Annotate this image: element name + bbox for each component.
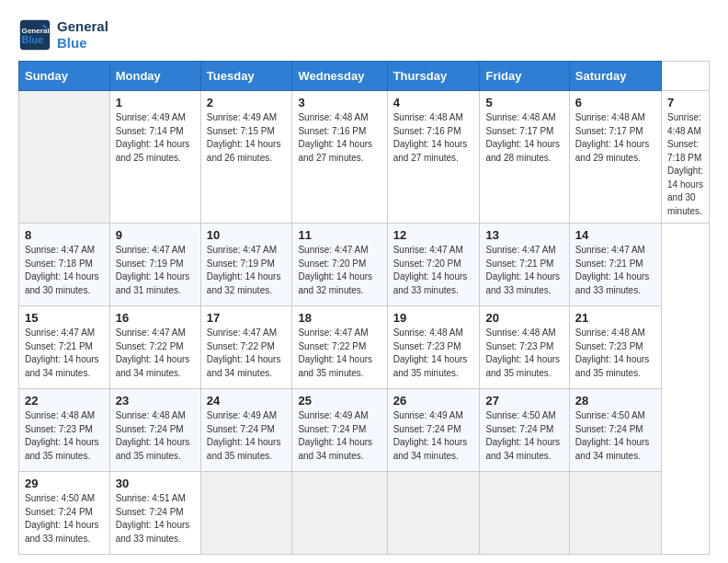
cell-info: Sunrise: 4:48 AMSunset: 7:16 PMDaylight:… <box>298 111 381 165</box>
calendar-cell: 22Sunrise: 4:48 AMSunset: 7:23 PMDayligh… <box>19 389 110 472</box>
day-number: 26 <box>393 394 474 408</box>
day-number: 22 <box>25 394 104 408</box>
calendar-cell: 21Sunrise: 4:48 AMSunset: 7:23 PMDayligh… <box>569 306 661 389</box>
week-row-1: 1Sunrise: 4:49 AMSunset: 7:14 PMDaylight… <box>19 91 710 224</box>
calendar-cell: 18Sunrise: 4:47 AMSunset: 7:22 PMDayligh… <box>292 306 387 389</box>
column-header-saturday: Saturday <box>569 62 661 91</box>
cell-info: Sunrise: 4:50 AMSunset: 7:24 PMDaylight:… <box>25 492 104 546</box>
day-number: 27 <box>485 394 563 408</box>
day-number: 1 <box>116 96 195 109</box>
day-number: 13 <box>485 228 563 242</box>
day-number: 30 <box>116 477 195 490</box>
calendar-cell: 29Sunrise: 4:50 AMSunset: 7:24 PMDayligh… <box>19 472 110 555</box>
calendar-cell: 28Sunrise: 4:50 AMSunset: 7:24 PMDayligh… <box>569 389 661 472</box>
cell-info: Sunrise: 4:47 AMSunset: 7:19 PMDaylight:… <box>207 244 287 297</box>
calendar-cell: 3Sunrise: 4:48 AMSunset: 7:16 PMDaylight… <box>292 91 387 224</box>
calendar-cell: 10Sunrise: 4:47 AMSunset: 7:19 PMDayligh… <box>200 224 292 306</box>
cell-info: Sunrise: 4:47 AMSunset: 7:20 PMDaylight:… <box>298 244 381 297</box>
day-number: 10 <box>207 228 287 242</box>
cell-info: Sunrise: 4:50 AMSunset: 7:24 PMDaylight:… <box>575 409 655 463</box>
day-number: 6 <box>575 96 655 109</box>
header: General Blue General Blue <box>18 18 710 52</box>
day-number: 11 <box>298 228 381 242</box>
cell-info: Sunrise: 4:49 AMSunset: 7:15 PMDaylight:… <box>207 111 287 165</box>
day-number: 17 <box>207 311 287 325</box>
cell-info: Sunrise: 4:48 AMSunset: 7:24 PMDaylight:… <box>116 409 195 463</box>
logo-icon: General Blue <box>18 18 51 52</box>
day-number: 12 <box>393 228 474 242</box>
cell-info: Sunrise: 4:47 AMSunset: 7:19 PMDaylight:… <box>116 244 195 297</box>
calendar-header-row: SundayMondayTuesdayWednesdayThursdayFrid… <box>19 62 710 91</box>
week-row-2: 8Sunrise: 4:47 AMSunset: 7:18 PMDaylight… <box>19 224 710 306</box>
cell-info: Sunrise: 4:48 AMSunset: 7:23 PMDaylight:… <box>575 327 655 380</box>
cell-info: Sunrise: 4:51 AMSunset: 7:24 PMDaylight:… <box>116 492 195 546</box>
cell-info: Sunrise: 4:49 AMSunset: 7:24 PMDaylight:… <box>207 409 287 463</box>
calendar-cell: 16Sunrise: 4:47 AMSunset: 7:22 PMDayligh… <box>109 306 200 389</box>
cell-info: Sunrise: 4:47 AMSunset: 7:22 PMDaylight:… <box>298 327 381 380</box>
calendar-cell: 6Sunrise: 4:48 AMSunset: 7:17 PMDaylight… <box>569 91 661 224</box>
day-number: 5 <box>485 96 563 109</box>
day-number: 24 <box>207 394 287 408</box>
calendar-cell <box>387 472 480 555</box>
day-number: 7 <box>667 96 703 109</box>
calendar-cell: 9Sunrise: 4:47 AMSunset: 7:19 PMDaylight… <box>109 224 200 306</box>
week-row-4: 22Sunrise: 4:48 AMSunset: 7:23 PMDayligh… <box>19 389 710 472</box>
cell-info: Sunrise: 4:47 AMSunset: 7:21 PMDaylight:… <box>575 244 655 297</box>
calendar-cell: 20Sunrise: 4:48 AMSunset: 7:23 PMDayligh… <box>480 306 569 389</box>
calendar-cell: 7Sunrise: 4:48 AMSunset: 7:18 PMDaylight… <box>662 91 710 224</box>
day-number: 29 <box>25 477 104 490</box>
day-number: 3 <box>298 96 381 109</box>
day-number: 14 <box>575 228 655 242</box>
calendar-cell: 24Sunrise: 4:49 AMSunset: 7:24 PMDayligh… <box>200 389 292 472</box>
calendar-cell <box>200 472 292 555</box>
calendar-cell: 12Sunrise: 4:47 AMSunset: 7:20 PMDayligh… <box>387 224 480 306</box>
logo: General Blue General Blue <box>18 18 108 52</box>
day-number: 15 <box>25 311 104 325</box>
day-number: 19 <box>393 311 474 325</box>
cell-info: Sunrise: 4:47 AMSunset: 7:21 PMDaylight:… <box>485 244 563 297</box>
day-number: 23 <box>116 394 195 408</box>
cell-info: Sunrise: 4:49 AMSunset: 7:24 PMDaylight:… <box>298 409 381 463</box>
calendar-cell: 30Sunrise: 4:51 AMSunset: 7:24 PMDayligh… <box>109 472 200 555</box>
cell-info: Sunrise: 4:48 AMSunset: 7:23 PMDaylight:… <box>25 409 104 463</box>
cell-info: Sunrise: 4:47 AMSunset: 7:20 PMDaylight:… <box>393 244 474 297</box>
column-header-sunday: Sunday <box>19 62 110 91</box>
column-header-monday: Monday <box>109 62 200 91</box>
cell-info: Sunrise: 4:47 AMSunset: 7:22 PMDaylight:… <box>207 327 287 380</box>
day-number: 16 <box>116 311 195 325</box>
day-number: 9 <box>116 228 195 242</box>
day-number: 21 <box>575 311 655 325</box>
day-number: 4 <box>393 96 474 109</box>
calendar-cell <box>292 472 387 555</box>
column-header-friday: Friday <box>480 62 569 91</box>
cell-info: Sunrise: 4:50 AMSunset: 7:24 PMDaylight:… <box>485 409 563 463</box>
calendar-cell: 4Sunrise: 4:48 AMSunset: 7:16 PMDaylight… <box>387 91 480 224</box>
cell-info: Sunrise: 4:48 AMSunset: 7:17 PMDaylight:… <box>575 111 655 165</box>
day-number: 20 <box>485 311 563 325</box>
cell-info: Sunrise: 4:48 AMSunset: 7:16 PMDaylight:… <box>393 111 474 165</box>
calendar-cell: 14Sunrise: 4:47 AMSunset: 7:21 PMDayligh… <box>569 224 661 306</box>
week-row-3: 15Sunrise: 4:47 AMSunset: 7:21 PMDayligh… <box>19 306 710 389</box>
calendar-cell: 5Sunrise: 4:48 AMSunset: 7:17 PMDaylight… <box>480 91 569 224</box>
cell-info: Sunrise: 4:49 AMSunset: 7:24 PMDaylight:… <box>393 409 474 463</box>
calendar-cell: 2Sunrise: 4:49 AMSunset: 7:15 PMDaylight… <box>200 91 292 224</box>
calendar-cell <box>569 472 661 555</box>
cell-info: Sunrise: 4:49 AMSunset: 7:14 PMDaylight:… <box>116 111 195 165</box>
day-number: 25 <box>298 394 381 408</box>
calendar-cell: 19Sunrise: 4:48 AMSunset: 7:23 PMDayligh… <box>387 306 480 389</box>
calendar-cell: 13Sunrise: 4:47 AMSunset: 7:21 PMDayligh… <box>480 224 569 306</box>
calendar-cell <box>480 472 569 555</box>
column-header-tuesday: Tuesday <box>200 62 292 91</box>
column-header-wednesday: Wednesday <box>292 62 387 91</box>
week-row-5: 29Sunrise: 4:50 AMSunset: 7:24 PMDayligh… <box>19 472 710 555</box>
logo-text: General Blue <box>57 18 108 52</box>
calendar-cell: 11Sunrise: 4:47 AMSunset: 7:20 PMDayligh… <box>292 224 387 306</box>
day-number: 18 <box>298 311 381 325</box>
day-number: 2 <box>207 96 287 109</box>
cell-info: Sunrise: 4:48 AMSunset: 7:23 PMDaylight:… <box>393 327 474 380</box>
calendar-cell: 15Sunrise: 4:47 AMSunset: 7:21 PMDayligh… <box>19 306 110 389</box>
cell-info: Sunrise: 4:48 AMSunset: 7:17 PMDaylight:… <box>485 111 563 165</box>
day-number: 8 <box>25 228 104 242</box>
calendar-cell: 1Sunrise: 4:49 AMSunset: 7:14 PMDaylight… <box>109 91 200 224</box>
cell-info: Sunrise: 4:48 AMSunset: 7:18 PMDaylight:… <box>667 111 703 218</box>
